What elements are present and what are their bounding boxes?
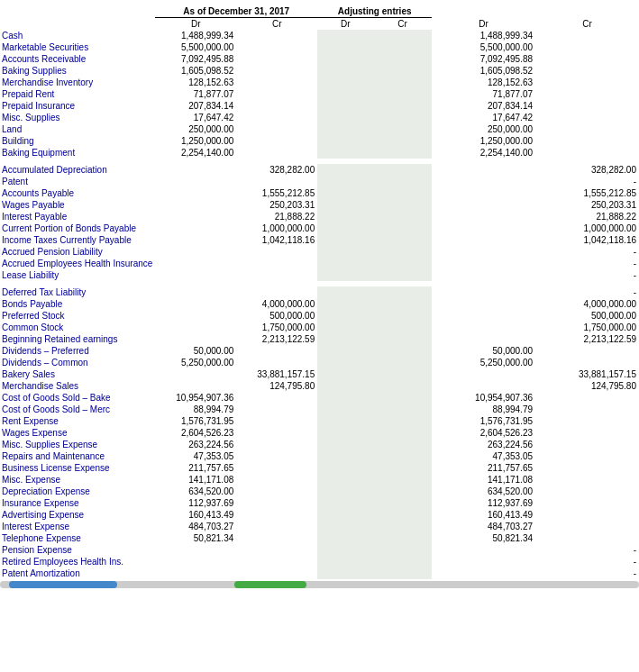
account-name: Building	[0, 135, 155, 147]
account-name: Accrued Employees Health Insurance	[0, 258, 155, 269]
fin-cr-value	[535, 123, 639, 135]
table-row: Depreciation Expense634,520.00634,520.00	[0, 486, 639, 497]
adj-cr-value	[373, 176, 432, 187]
fin-cr-value	[535, 497, 639, 509]
account-name: Bonds Payable	[0, 298, 155, 310]
table-row: Baking Equipment2,254,140.002,254,140.00	[0, 147, 639, 159]
fin-cr-value	[535, 450, 639, 462]
table-row: Bonds Payable4,000,000.004,000,000.00	[0, 298, 639, 310]
trial-balance-header: As of December 31, 2017	[155, 5, 317, 18]
adj-dr-value	[317, 123, 373, 135]
tb-cr-value	[236, 415, 317, 427]
fin-dr-value: 50,821.34	[432, 532, 535, 544]
adj-cr-header: Cr	[373, 18, 432, 31]
fin-cr-value: 33,881,157.15	[535, 368, 639, 380]
fin-cr-value: 1,555,212.85	[535, 187, 639, 199]
table-row: Wages Expense2,604,526.232,604,526.23	[0, 427, 639, 439]
account-name: Merchandise Inventory	[0, 77, 155, 88]
fin-cr-value	[535, 53, 639, 65]
tb-cr-value	[236, 544, 317, 556]
adj-dr-value	[317, 53, 373, 65]
tb-dr-value: 7,092,495.88	[155, 53, 236, 65]
account-name: Baking Supplies	[0, 65, 155, 77]
scrollbar-thumb-left[interactable]	[9, 581, 117, 588]
account-name: Patent Amortization	[0, 568, 155, 579]
adj-dr-value	[317, 164, 373, 176]
adj-dr-value	[317, 269, 373, 281]
tb-dr-value	[155, 368, 236, 380]
fin-cr-value: -	[535, 556, 639, 568]
table-row: Bakery Sales33,881,157.1533,881,157.15	[0, 368, 639, 380]
account-name: Dividends – Common	[0, 357, 155, 368]
scrollbar-thumb-right[interactable]	[234, 581, 306, 588]
tb-dr-value: 484,703.27	[155, 521, 236, 532]
table-row: Accrued Pension Liability-	[0, 246, 639, 258]
table-row: Business License Expense211,757.65211,75…	[0, 462, 639, 474]
table-row: Marketable Securities5,500,000.005,500,0…	[0, 41, 639, 53]
tb-dr-value: 128,152.63	[155, 77, 236, 88]
tb-dr-value: 263,224.56	[155, 439, 236, 450]
adj-cr-value	[373, 450, 432, 462]
tb-cr-value	[236, 521, 317, 532]
table-row: Patent-	[0, 176, 639, 187]
tb-cr-value	[236, 532, 317, 544]
table-row: Insurance Expense112,937.69112,937.69	[0, 497, 639, 509]
tb-dr-value	[155, 286, 236, 298]
fin-dr-value	[432, 234, 535, 246]
table-row: Merchandise Sales124,795.80124,795.80	[0, 380, 639, 392]
adj-dr-value	[317, 556, 373, 568]
tb-cr-value	[236, 100, 317, 112]
adj-dr-value	[317, 474, 373, 486]
tb-dr-value	[155, 568, 236, 579]
adj-cr-value	[373, 380, 432, 392]
table-row: Interest Expense484,703.27484,703.27	[0, 521, 639, 532]
blank-header	[0, 18, 155, 31]
account-name: Interest Expense	[0, 521, 155, 532]
page-container: As of December 31, 2017 Adjusting entrie…	[0, 0, 639, 592]
tb-dr-value	[155, 556, 236, 568]
fin-cr-value: 124,795.80	[535, 380, 639, 392]
adj-cr-value	[373, 532, 432, 544]
adj-cr-value	[373, 112, 432, 123]
tb-dr-value	[155, 269, 236, 281]
table-row: Baking Supplies1,605,098.521,605,098.52	[0, 65, 639, 77]
adj-cr-value	[373, 474, 432, 486]
tb-cr-value	[236, 474, 317, 486]
fin-dr-value	[432, 298, 535, 310]
fin-dr-value: 128,152.63	[432, 77, 535, 88]
table-row: Misc. Supplies17,647.4217,647.42	[0, 112, 639, 123]
tb-dr-value: 50,000.00	[155, 345, 236, 357]
fin-cr-value	[535, 345, 639, 357]
fin-dr-value: 7,092,495.88	[432, 53, 535, 65]
table-row: Interest Payable21,888.2221,888.22	[0, 211, 639, 222]
tb-dr-value: 160,413.49	[155, 509, 236, 521]
fin-dr-value	[432, 544, 535, 556]
fin-dr-value: 5,500,000.00	[432, 41, 535, 53]
account-name: Misc. Supplies	[0, 112, 155, 123]
tb-cr-value	[236, 345, 317, 357]
fin-dr-value: 2,254,140.00	[432, 147, 535, 159]
tb-dr-value: 47,353.05	[155, 450, 236, 462]
fin-dr-value	[432, 222, 535, 234]
tb-dr-value: 250,000.00	[155, 123, 236, 135]
adj-dr-value	[317, 357, 373, 368]
tb-dr-value	[155, 544, 236, 556]
fin-dr-value: 263,224.56	[432, 439, 535, 450]
fin-dr-value: 71,877.07	[432, 88, 535, 100]
account-name: Business License Expense	[0, 462, 155, 474]
adj-cr-value	[373, 404, 432, 415]
adj-cr-value	[373, 509, 432, 521]
adj-dr-value	[317, 234, 373, 246]
tb-cr-value: 1,555,212.85	[236, 187, 317, 199]
account-name: Retired Employees Health Ins.	[0, 556, 155, 568]
fin-cr-value	[535, 112, 639, 123]
adj-cr-value	[373, 322, 432, 333]
fin-dr-value	[432, 310, 535, 322]
adj-dr-value	[317, 509, 373, 521]
tb-dr-value: 634,520.00	[155, 486, 236, 497]
tb-dr-value: 1,576,731.95	[155, 415, 236, 427]
fin-dr-header: Dr	[432, 18, 535, 31]
fin-dr-value: 10,954,907.36	[432, 392, 535, 404]
adj-dr-value	[317, 450, 373, 462]
horizontal-scrollbar[interactable]	[0, 581, 639, 588]
